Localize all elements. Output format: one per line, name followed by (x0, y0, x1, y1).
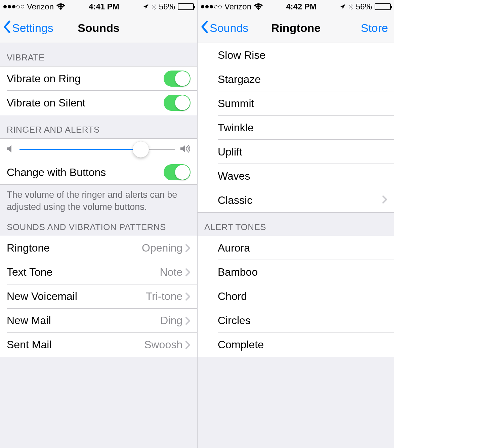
battery-icon (375, 3, 391, 10)
alert-tones-list: AuroraBambooChordCirclesComplete (198, 236, 394, 357)
chevron-right-icon (185, 268, 191, 277)
chevron-right-icon (382, 195, 387, 205)
location-icon (340, 4, 346, 10)
vibrate-on-ring-toggle[interactable] (164, 71, 191, 87)
nav-bar: Sounds Ringtone Store (198, 13, 394, 43)
chevron-left-icon (200, 20, 208, 36)
ringtone-label: Slow Rise (218, 49, 387, 61)
row-value: Tri-tone (146, 290, 182, 303)
ringtone-row[interactable]: Uplift (198, 140, 394, 164)
back-button[interactable]: Settings (0, 20, 53, 36)
vibrate-on-silent-toggle[interactable] (164, 95, 191, 111)
chevron-right-icon (185, 316, 191, 325)
ringtone-label: Uplift (218, 146, 387, 158)
row-label: Vibrate on Ring (7, 73, 164, 85)
section-header-alert-tones: ALERT TONES (198, 213, 394, 236)
ringtone-label: Stargaze (218, 73, 387, 86)
signal-strength-icon (201, 5, 222, 8)
vibrate-on-silent-row[interactable]: Vibrate on Silent (0, 91, 197, 115)
chevron-right-icon (185, 244, 191, 253)
ringtone-row[interactable]: Waves (198, 164, 394, 188)
back-label: Sounds (210, 21, 248, 35)
section-footer: The volume of the ringer and alerts can … (0, 185, 197, 216)
location-icon (143, 4, 149, 10)
status-bar: Verizon 4:42 PM 56% (198, 0, 394, 13)
ringtone-row[interactable]: Twinkle (198, 116, 394, 140)
battery-icon (178, 3, 194, 10)
ringtone-label: Waves (218, 170, 387, 182)
bluetooth-icon (152, 3, 156, 10)
vibrate-on-ring-row[interactable]: Vibrate on Ring (0, 66, 197, 91)
row-value: Ding (160, 314, 182, 327)
clock: 4:42 PM (286, 2, 317, 11)
alert-tone-label: Aurora (218, 242, 387, 254)
ringtone-row[interactable]: Summit (198, 91, 394, 116)
ringtone-label: Summit (218, 97, 387, 110)
section-header-vibrate: VIBRATE (0, 43, 197, 66)
alert-tone-label: Chord (218, 290, 387, 303)
carrier-label: Verizon (224, 2, 251, 11)
wifi-icon (56, 3, 65, 10)
ringtone-row[interactable]: Slow Rise (198, 43, 394, 67)
ringtone-picker-screen: Verizon 4:42 PM 56% Sounds Ringtone Stor… (197, 0, 394, 448)
chevron-right-icon (185, 292, 191, 301)
status-bar: Verizon 4:41 PM 56% (0, 0, 197, 13)
ringtones-list: Slow RiseStargazeSummitTwinkleUpliftWave… (198, 43, 394, 213)
volume-slider-row (0, 138, 197, 160)
alert-tone-row[interactable]: Complete (198, 332, 394, 357)
sound-patterns-group: RingtoneOpeningText ToneNoteNew Voicemai… (0, 236, 197, 357)
ringtone-row[interactable]: Stargaze (198, 67, 394, 91)
row-value: Note (160, 266, 182, 278)
change-buttons-group: Change with Buttons (0, 160, 197, 185)
sound-pattern-row[interactable]: Text ToneNote (0, 260, 197, 284)
row-label: Sent Mail (7, 339, 144, 351)
volume-high-icon (180, 145, 191, 154)
vibrate-group: Vibrate on Ring Vibrate on Silent (0, 66, 197, 115)
alert-tone-row[interactable]: Chord (198, 284, 394, 308)
battery-pct: 56% (159, 2, 175, 11)
sound-pattern-row[interactable]: Sent MailSwoosh (0, 333, 197, 357)
row-label: Vibrate on Silent (7, 97, 164, 109)
row-label: New Voicemail (7, 290, 146, 303)
row-value: Swoosh (144, 339, 182, 351)
classic-ringtones-row[interactable]: Classic (198, 188, 394, 212)
row-label: Ringtone (7, 242, 142, 254)
nav-bar: Settings Sounds (0, 13, 197, 43)
alert-tone-label: Circles (218, 314, 387, 327)
row-value: Opening (142, 242, 182, 254)
volume-slider[interactable] (19, 149, 175, 150)
clock: 4:41 PM (89, 2, 119, 11)
volume-low-icon (7, 145, 14, 154)
row-label: New Mail (7, 314, 160, 327)
wifi-icon (254, 3, 263, 10)
chevron-right-icon (185, 341, 191, 349)
change-with-buttons-toggle[interactable] (164, 164, 191, 180)
store-button[interactable]: Store (361, 21, 388, 35)
back-label: Settings (12, 21, 53, 35)
chevron-left-icon (3, 20, 11, 36)
bluetooth-icon (348, 3, 353, 10)
section-header-patterns: SOUNDS AND VIBRATION PATTERNS (0, 216, 197, 236)
change-with-buttons-row[interactable]: Change with Buttons (0, 160, 197, 184)
sounds-settings-screen: Verizon 4:41 PM 56% Settings Sounds VI (0, 0, 197, 448)
alert-tone-row[interactable]: Circles (198, 308, 394, 332)
sound-pattern-row[interactable]: New MailDing (0, 309, 197, 333)
back-button[interactable]: Sounds (198, 20, 248, 36)
alert-tone-label: Complete (218, 339, 387, 351)
ringtone-label: Twinkle (218, 122, 387, 134)
sound-pattern-row[interactable]: RingtoneOpening (0, 236, 197, 260)
row-label: Text Tone (7, 266, 160, 278)
alert-tone-label: Bamboo (218, 266, 387, 278)
carrier-label: Verizon (27, 2, 54, 11)
alert-tone-row[interactable]: Bamboo (198, 260, 394, 284)
row-label: Classic (218, 194, 382, 207)
row-label: Change with Buttons (7, 166, 164, 179)
section-header-ringer: RINGER AND ALERTS (0, 115, 197, 138)
alert-tone-row[interactable]: Aurora (198, 236, 394, 260)
sound-pattern-row[interactable]: New VoicemailTri-tone (0, 284, 197, 309)
signal-strength-icon (3, 5, 24, 8)
battery-pct: 56% (356, 2, 372, 11)
